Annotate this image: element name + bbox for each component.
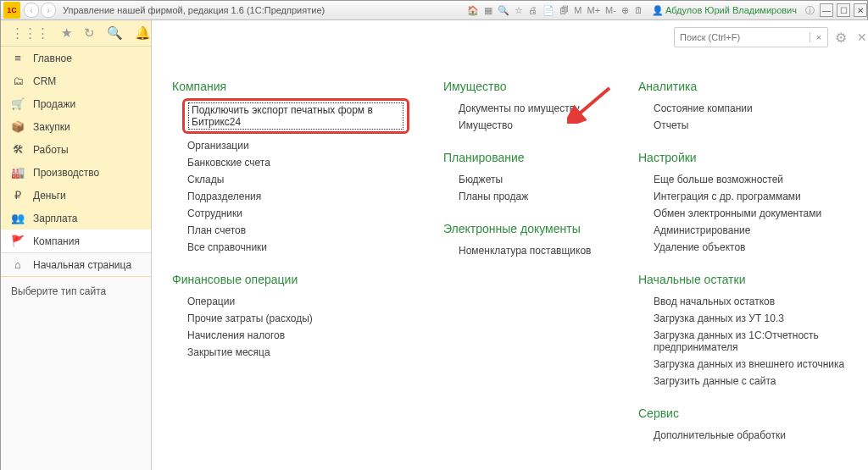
group-title: Электронные документы [443, 222, 604, 235]
sidebar-label: Главное [33, 53, 72, 64]
sidebar-label: Работы [33, 144, 69, 156]
link-tax-accruals[interactable]: Начисления налогов [172, 327, 409, 344]
search-box[interactable]: × [674, 27, 828, 47]
link-property[interactable]: Имущество [443, 117, 604, 134]
maximize-button[interactable]: ☐ [837, 3, 850, 17]
link-more-features[interactable]: Еще больше возможностей [638, 171, 859, 188]
window-controls: — ☐ ✕ [820, 3, 867, 17]
sidebar-label: Начальная страница [33, 259, 131, 271]
link-load-1c-reporting[interactable]: Загрузка данных из 1С:Отчетность предпри… [638, 327, 859, 356]
link-sales-plans[interactable]: Планы продаж [443, 188, 604, 205]
ruble-icon: ₽ [11, 189, 25, 202]
link-bank-accounts[interactable]: Банковские счета [172, 154, 409, 171]
tools-icon: 🛠 [11, 143, 25, 156]
sidebar-item-sales[interactable]: 🛒Продажи [1, 92, 151, 115]
gear-icon[interactable]: ⚙ [835, 30, 847, 46]
close-button[interactable]: ✕ [854, 3, 867, 17]
search-clear-button[interactable]: × [810, 32, 827, 42]
tb-icon[interactable]: 🗓 [634, 5, 643, 15]
tb-icon[interactable]: 🖨 [528, 5, 537, 15]
link-budgets[interactable]: Бюджеты [443, 171, 604, 188]
sidebar-item-home[interactable]: ⌂Начальная страница [1, 253, 151, 276]
sidebar-label: Закупки [33, 121, 70, 133]
sidebar-label: Производство [33, 167, 99, 179]
tb-icon[interactable]: ▦ [484, 5, 492, 16]
tb-m[interactable]: M [574, 5, 581, 15]
app-logo-icon: 1C [3, 2, 20, 19]
apps-icon[interactable]: ⋮⋮⋮ [11, 25, 49, 41]
group-title: Аналитика [638, 80, 859, 93]
toolbar-icons: 🏠 ▦ 🔍 ☆ 🖨 📄 🗐 M M+ M- ⊕ 🗓 Абдулов Юрий В… [467, 4, 815, 17]
search-input[interactable] [675, 32, 810, 42]
sidebar-item-crm[interactable]: 🗂CRM [1, 69, 151, 92]
group-title: Начальные остатки [638, 273, 859, 286]
nav-buttons: ‹ › [24, 3, 58, 18]
sidebar-item-purchases[interactable]: 📦Закупки [1, 115, 151, 138]
tb-icon[interactable]: 🏠 [467, 5, 479, 16]
sidebar-item-money[interactable]: ₽Деньги [1, 184, 151, 207]
tb-mplus[interactable]: M+ [587, 5, 601, 15]
titlebar: 1C ‹ › Управление нашей фирмой, редакция… [1, 1, 867, 20]
factory-icon: 🏭 [11, 166, 25, 179]
group-title: Имущество [443, 80, 604, 93]
link-company-status[interactable]: Состояние компании [638, 100, 859, 117]
link-load-from-site[interactable]: Загрузить данные с сайта [638, 373, 859, 390]
tb-icon[interactable]: ☆ [515, 5, 523, 16]
tb-icon[interactable]: 🔍 [498, 5, 509, 16]
tb-icon[interactable]: ⊕ [621, 5, 629, 16]
people-icon: 👥 [11, 212, 25, 224]
link-organizations[interactable]: Организации [172, 137, 409, 154]
window-title: Управление нашей фирмой, редакция 1.6 (1… [63, 5, 325, 15]
nav-fwd-icon[interactable]: › [41, 3, 56, 18]
link-month-close[interactable]: Закрытие месяца [172, 344, 409, 361]
link-all-dictionaries[interactable]: Все справочники [172, 239, 409, 256]
star-icon[interactable]: ★ [61, 25, 72, 41]
crm-icon: 🗂 [11, 75, 25, 87]
link-chart-accounts[interactable]: План счетов [172, 222, 409, 239]
sidebar-item-works[interactable]: 🛠Работы [1, 138, 151, 161]
minimize-button[interactable]: — [820, 3, 833, 17]
tb-icon[interactable]: 🗐 [559, 5, 569, 15]
tb-icon[interactable]: 📄 [542, 5, 554, 16]
sidebar: ⋮⋮⋮ ★ ↻ 🔍 🔔 ≡Главное 🗂CRM 🛒Продажи 📦Заку… [1, 20, 152, 470]
sidebar-item-main[interactable]: ≡Главное [1, 47, 151, 69]
group-title: Финансовые операции [172, 273, 409, 286]
search-icon[interactable]: 🔍 [107, 25, 123, 41]
link-connect-bitrix24[interactable]: Подключить экспорт печатных форм в Битри… [188, 102, 403, 130]
link-property-docs[interactable]: Документы по имуществу [443, 100, 604, 117]
history-icon[interactable]: ↻ [84, 25, 95, 41]
sidebar-item-salary[interactable]: 👥Зарплата [1, 207, 151, 229]
link-other-expenses[interactable]: Прочие затраты (расходы) [172, 310, 409, 327]
link-supplier-nomenclature[interactable]: Номенклатура поставщиков [443, 242, 604, 259]
link-departments[interactable]: Подразделения [172, 188, 409, 205]
sidebar-label: Зарплата [33, 213, 78, 224]
link-load-ut103[interactable]: Загрузка данных из УТ 10.3 [638, 310, 859, 327]
sidebar-top-icons: ⋮⋮⋮ ★ ↻ 🔍 🔔 [1, 20, 151, 47]
column-company: Компания Подключить экспорт печатных фор… [172, 80, 409, 461]
sidebar-item-company[interactable]: 🚩Компания [1, 229, 151, 252]
box-icon: 📦 [11, 120, 25, 133]
link-additional-processing[interactable]: Дополнительные обработки [638, 427, 859, 444]
tb-info-icon[interactable]: ⓘ [805, 4, 815, 17]
panel-close-icon[interactable]: ✕ [857, 30, 867, 44]
tb-mminus[interactable]: M- [605, 5, 616, 15]
link-initial-balances[interactable]: Ввод начальных остатков [638, 293, 859, 310]
select-site-label[interactable]: Выберите тип сайта [1, 277, 151, 306]
link-reports[interactable]: Отчеты [638, 117, 859, 134]
link-administration[interactable]: Администрирование [638, 222, 859, 239]
link-edoc-exchange[interactable]: Обмен электронными документами [638, 205, 859, 222]
nav-back-icon[interactable]: ‹ [24, 3, 39, 18]
link-delete-objects[interactable]: Удаление объектов [638, 239, 859, 256]
user-name[interactable]: Абдулов Юрий Владимирович [652, 5, 797, 16]
link-employees[interactable]: Сотрудники [172, 205, 409, 222]
home-icon: ⌂ [11, 258, 25, 271]
link-integration[interactable]: Интеграция с др. программами [638, 188, 859, 205]
main-panel: × ⚙ ✕ Компания Подключить экспорт печатн… [152, 20, 868, 470]
link-warehouses[interactable]: Склады [172, 171, 409, 188]
app-window: 1C ‹ › Управление нашей фирмой, редакция… [0, 0, 868, 470]
cart-icon: 🛒 [11, 97, 25, 110]
sidebar-item-production[interactable]: 🏭Производство [1, 161, 151, 184]
bell-icon[interactable]: 🔔 [135, 25, 151, 41]
link-load-external[interactable]: Загрузка данных из внешнего источника [638, 356, 859, 373]
link-operations[interactable]: Операции [172, 293, 409, 310]
